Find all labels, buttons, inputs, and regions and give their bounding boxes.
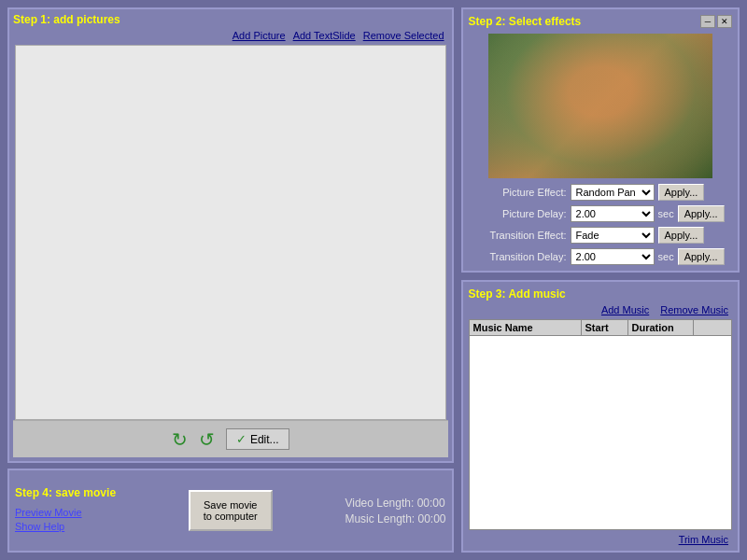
music-col-duration-header: Duration [628, 320, 694, 335]
picture-delay-select[interactable]: 1.00 2.00 3.00 4.00 5.00 [571, 205, 655, 222]
transition-delay-unit: sec [658, 251, 674, 262]
step2-title: Step 2: Select effects [469, 15, 582, 28]
trim-music-link[interactable]: Trim Music [679, 534, 728, 545]
transition-delay-select[interactable]: 0.50 1.00 2.00 3.00 [571, 248, 655, 265]
picture-effect-apply-button[interactable]: Apply... [658, 184, 705, 201]
picture-delay-unit: sec [658, 208, 674, 219]
remove-selected-link[interactable]: Remove Selected [363, 30, 444, 41]
step3-title: Step 3: Add music [469, 287, 732, 301]
picture-list [15, 45, 446, 420]
step4-title: Step 4: save movie [15, 486, 116, 499]
picture-delay-label: Picture Delay: [469, 208, 567, 219]
music-table-body [470, 336, 731, 411]
show-help-link[interactable]: Show Help [15, 521, 116, 532]
save-movie-button[interactable]: Save movie to computer [189, 490, 273, 531]
video-length-label: Video Length: [345, 497, 414, 510]
edit-label: Edit... [250, 433, 279, 446]
preview-movie-link[interactable]: Preview Movie [15, 507, 116, 518]
edit-checkmark-icon: ✓ [236, 432, 247, 446]
edit-button[interactable]: ✓ Edit... [226, 428, 289, 450]
add-music-link[interactable]: Add Music [601, 304, 649, 315]
undo-button[interactable]: ↺ [199, 428, 215, 451]
transition-delay-apply-button[interactable]: Apply... [678, 248, 725, 265]
video-length-value: 00:00 [417, 497, 445, 510]
music-col-name-header: Music Name [470, 320, 582, 335]
step1-title: Step 1: add pictures [13, 13, 448, 26]
picture-delay-apply-button[interactable]: Apply... [678, 205, 725, 222]
music-length-display: Music Length: 00:00 [345, 512, 445, 525]
video-length-display: Video Length: 00:00 [345, 497, 444, 510]
remove-music-link[interactable]: Remove Music [660, 304, 728, 315]
minimize-button[interactable]: ─ [700, 15, 715, 28]
transition-delay-label: Transition Delay: [469, 251, 567, 262]
preview-image [488, 34, 712, 178]
transition-effect-apply-button[interactable]: Apply... [658, 227, 705, 244]
music-table: Music Name Start Duration [469, 319, 732, 530]
close-button[interactable]: ✕ [717, 15, 732, 28]
music-length-label: Music Length: [345, 512, 415, 525]
add-textslide-link[interactable]: Add TextSlide [293, 30, 356, 41]
picture-effect-select[interactable]: Random Pan Ken Burns Zoom In Zoom Out St… [571, 184, 655, 201]
picture-effect-label: Picture Effect: [469, 187, 567, 198]
music-col-start-header: Start [582, 320, 628, 335]
transition-effect-select[interactable]: Fade Wipe Dissolve Cut Zoom [571, 227, 655, 244]
refresh-button[interactable]: ↻ [172, 428, 188, 451]
music-length-value: 00:00 [418, 512, 446, 525]
transition-effect-label: Transition Effect: [469, 230, 567, 241]
add-picture-link[interactable]: Add Picture [233, 30, 286, 41]
